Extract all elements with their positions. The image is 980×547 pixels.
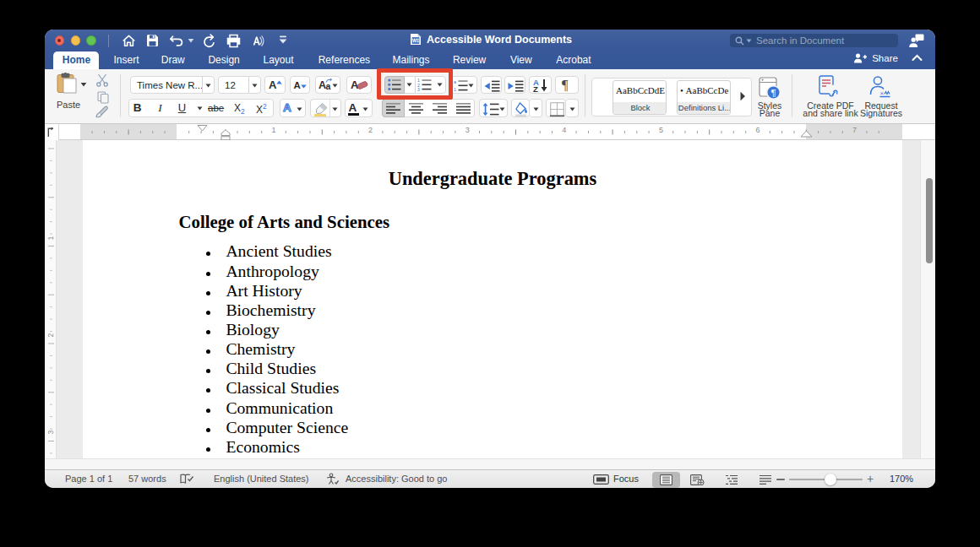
svg-text:a: a xyxy=(454,79,457,84)
svg-text:×: × xyxy=(880,89,885,97)
svg-text:1: 1 xyxy=(454,87,456,92)
svg-text:¶: ¶ xyxy=(771,88,776,98)
